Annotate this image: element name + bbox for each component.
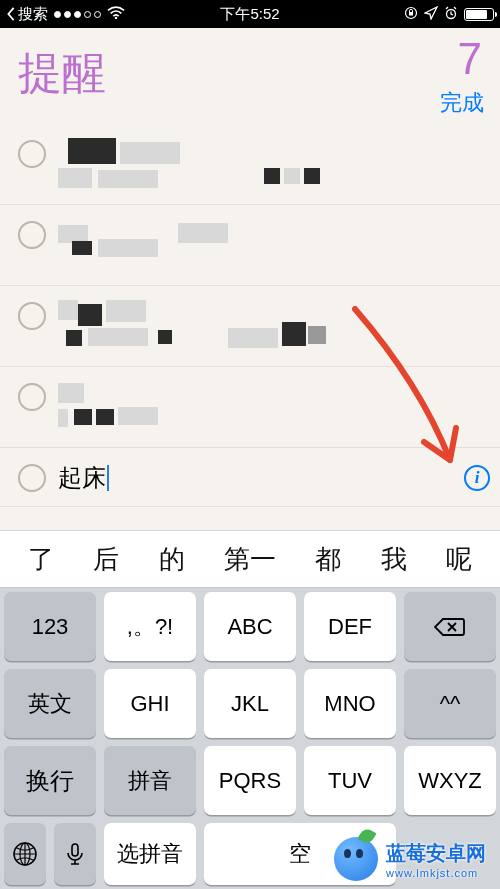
key-backspace[interactable] (404, 592, 496, 661)
key-mno[interactable]: MNO (304, 669, 396, 738)
complete-radio[interactable] (18, 383, 46, 411)
candidate-word[interactable]: 后 (93, 542, 119, 577)
keyboard: 123 ,。?! ABC DEF 英文 GHI JKL MNO ^^ 拼音 PQ… (0, 588, 500, 889)
key-select-pinyin[interactable]: 选拼音 (104, 823, 196, 885)
key-ghi[interactable]: GHI (104, 669, 196, 738)
complete-radio[interactable] (18, 140, 46, 168)
svg-point-0 (115, 16, 117, 18)
info-button[interactable]: i (464, 465, 490, 491)
list-item[interactable] (0, 124, 500, 205)
list-item-editing[interactable]: 起床 i (0, 448, 500, 507)
key-emoji[interactable]: ^^ (404, 669, 496, 738)
key-globe[interactable] (4, 823, 46, 885)
candidate-word[interactable]: 我 (381, 542, 407, 577)
list-item[interactable] (0, 286, 500, 367)
backspace-icon (434, 617, 466, 637)
redacted-content (58, 381, 490, 435)
wifi-icon (107, 6, 125, 23)
key-mic[interactable] (54, 823, 96, 885)
key-abc[interactable]: ABC (204, 592, 296, 661)
candidate-word[interactable]: 都 (315, 542, 341, 577)
battery-icon (464, 8, 494, 21)
text-cursor (107, 465, 109, 491)
complete-radio[interactable] (18, 464, 46, 492)
complete-radio[interactable] (18, 302, 46, 330)
lock-icon (404, 6, 418, 23)
status-bar: 搜索 下午5:52 (0, 0, 500, 28)
list-item[interactable] (0, 367, 500, 448)
location-icon (424, 6, 438, 23)
back-label: 搜索 (18, 5, 48, 24)
svg-rect-2 (409, 12, 413, 16)
redacted-content (58, 138, 490, 192)
ime-candidate-bar[interactable]: 了 后 的 第一 都 我 呢 (0, 530, 500, 588)
key-return[interactable]: 换行 (4, 746, 96, 815)
key-numbers[interactable]: 123 (4, 592, 96, 661)
key-jkl[interactable]: JKL (204, 669, 296, 738)
reminder-text-input[interactable]: 起床 (58, 462, 464, 494)
key-def[interactable]: DEF (304, 592, 396, 661)
mic-icon (62, 841, 88, 867)
key-space[interactable]: 空 (204, 823, 396, 885)
back-to-search[interactable]: 搜索 (6, 5, 48, 24)
list-item[interactable] (0, 205, 500, 286)
key-tuv[interactable]: TUV (304, 746, 396, 815)
redacted-content (58, 219, 490, 273)
complete-radio[interactable] (18, 221, 46, 249)
clock: 下午5:52 (220, 5, 279, 24)
key-wxyz[interactable]: WXYZ (404, 746, 496, 815)
candidate-word[interactable]: 第一 (224, 542, 276, 577)
key-pqrs[interactable]: PQRS (204, 746, 296, 815)
page-header: 提醒 7 完成 (0, 28, 500, 124)
svg-rect-6 (72, 844, 78, 856)
signal-strength (54, 11, 101, 18)
list-title: 提醒 (18, 44, 482, 103)
globe-icon (12, 841, 38, 867)
reminder-text-value: 起床 (58, 462, 106, 494)
alarm-icon (444, 6, 458, 23)
key-mode-en[interactable]: 英文 (4, 669, 96, 738)
candidate-word[interactable]: 的 (159, 542, 185, 577)
candidate-word[interactable]: 呢 (446, 542, 472, 577)
key-punct[interactable]: ,。?! (104, 592, 196, 661)
reminders-list: 起床 i (0, 124, 500, 507)
candidate-word[interactable]: 了 (28, 542, 54, 577)
item-count: 7 (458, 34, 482, 84)
key-mode-pinyin[interactable]: 拼音 (104, 746, 196, 815)
redacted-content (58, 300, 490, 354)
done-button[interactable]: 完成 (440, 88, 484, 118)
